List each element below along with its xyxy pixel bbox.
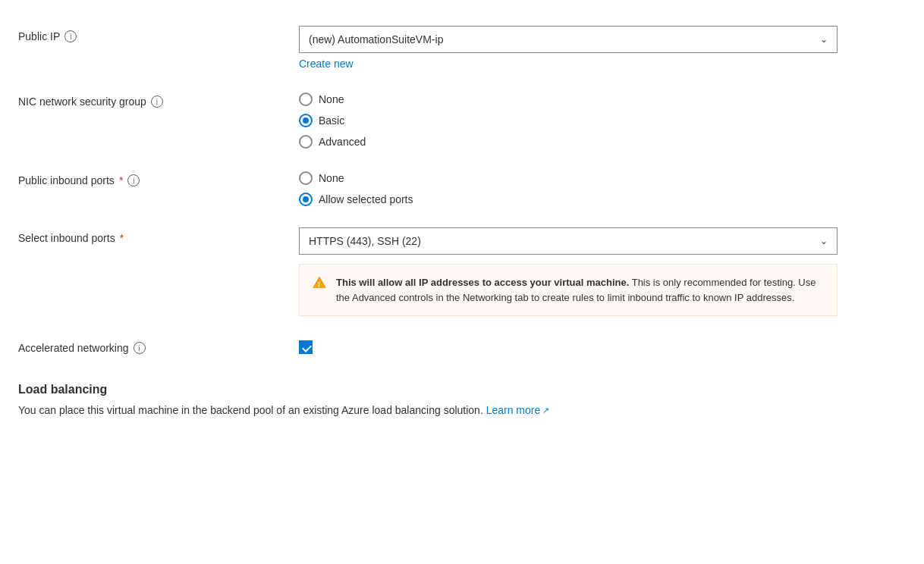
public-inbound-radio-allow[interactable] (299, 193, 313, 206)
public-inbound-ports-required: * (119, 174, 123, 186)
nic-nsg-info-icon[interactable]: i (151, 96, 163, 108)
select-inbound-ports-label: Select inbound ports * (18, 227, 299, 244)
svg-text:!: ! (318, 280, 320, 288)
public-ip-row: Public IP i (new) AutomationSuiteVM-ip ⌄… (18, 15, 906, 80)
select-inbound-ports-chevron-icon: ⌄ (820, 236, 828, 246)
accelerated-networking-checkbox-item (299, 337, 906, 354)
public-inbound-ports-radio-group: None Allow selected ports (299, 170, 906, 206)
select-inbound-ports-dropdown[interactable]: HTTPS (443), SSH (22) ⌄ (299, 227, 838, 255)
nic-nsg-option-basic[interactable]: Basic (299, 114, 906, 127)
public-ip-info-icon[interactable]: i (64, 30, 77, 42)
accelerated-networking-label: Accelerated networking i (18, 337, 299, 354)
public-inbound-ports-row: Public inbound ports * i None Allow sele… (18, 159, 906, 217)
public-inbound-option-none[interactable]: None (299, 171, 906, 185)
public-inbound-option-allow[interactable]: Allow selected ports (299, 193, 906, 206)
warning-triangle-icon: ! (312, 275, 327, 290)
accelerated-networking-info-icon[interactable]: i (134, 342, 146, 354)
public-ip-dropdown[interactable]: (new) AutomationSuiteVM-ip ⌄ (299, 26, 838, 53)
public-ip-dropdown-value: (new) AutomationSuiteVM-ip (309, 33, 443, 45)
learn-more-link[interactable]: Learn more ↗ (486, 403, 550, 418)
load-balancing-section: Load balancing You can place this virtua… (18, 365, 906, 418)
nic-nsg-radio-group: None Basic Advanced (299, 91, 906, 149)
nic-nsg-radio-basic[interactable] (299, 114, 313, 127)
nic-nsg-control: None Basic Advanced (299, 91, 906, 149)
public-inbound-ports-info-icon[interactable]: i (127, 174, 140, 186)
nic-nsg-label: NIC network security group i (18, 91, 299, 108)
select-inbound-ports-row: Select inbound ports * HTTPS (443), SSH … (18, 217, 906, 327)
select-inbound-ports-control: HTTPS (443), SSH (22) ⌄ ! This will allo… (299, 227, 906, 316)
accelerated-networking-control (299, 337, 906, 354)
public-inbound-radio-none[interactable] (299, 171, 313, 185)
select-inbound-ports-value: HTTPS (443), SSH (22) (309, 235, 421, 247)
create-new-link[interactable]: Create new (299, 58, 354, 70)
load-balancing-title: Load balancing (18, 383, 906, 396)
accelerated-networking-row: Accelerated networking i (18, 327, 906, 365)
accelerated-networking-checkbox[interactable] (299, 340, 313, 354)
nic-nsg-option-none[interactable]: None (299, 92, 906, 106)
nic-nsg-radio-advanced[interactable] (299, 135, 313, 149)
public-ip-chevron-icon: ⌄ (820, 34, 828, 45)
nic-nsg-radio-none[interactable] (299, 92, 313, 106)
external-link-icon: ↗ (542, 404, 549, 417)
public-ip-control: (new) AutomationSuiteVM-ip ⌄ Create new (299, 26, 906, 70)
warning-strong-text: This will allow all IP addresses to acce… (336, 277, 629, 288)
warning-box: ! This will allow all IP addresses to ac… (299, 264, 838, 316)
public-inbound-ports-control: None Allow selected ports (299, 170, 906, 206)
load-balancing-description: You can place this virtual machine in th… (18, 403, 906, 418)
public-inbound-ports-label: Public inbound ports * i (18, 170, 299, 186)
public-ip-label: Public IP i (18, 26, 299, 42)
nic-nsg-option-advanced[interactable]: Advanced (299, 135, 906, 149)
warning-text: This will allow all IP addresses to acce… (336, 275, 825, 305)
select-inbound-ports-required: * (120, 232, 124, 244)
nic-nsg-row: NIC network security group i None Basic … (18, 80, 906, 159)
